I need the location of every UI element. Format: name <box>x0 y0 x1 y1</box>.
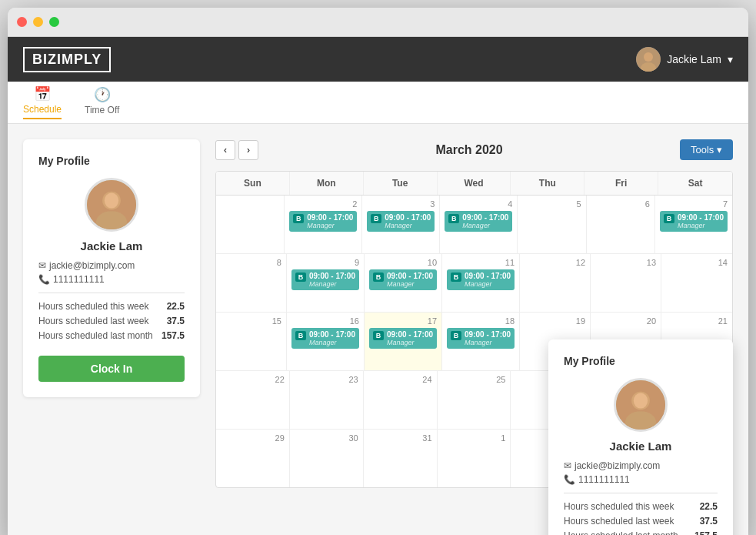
calendar-cell-1-0[interactable]: 8 <box>216 254 287 312</box>
shift-block[interactable]: B 09:00 - 17:00 Manager <box>660 211 728 232</box>
shift-block[interactable]: B 09:00 - 17:00 Manager <box>445 211 512 232</box>
cell-date-number: 17 <box>369 316 437 326</box>
calendar-nav: ‹ › <box>215 140 258 160</box>
user-menu[interactable]: Jackie Lam ▾ <box>636 47 733 72</box>
shift-block[interactable]: B 09:00 - 17:00 Manager <box>291 328 359 349</box>
subnav-time-off-label: Time Off <box>85 105 119 115</box>
calendar-cell-1-2[interactable]: 10 B 09:00 - 17:00 Manager <box>365 254 442 312</box>
calendar-cell-0-3[interactable]: 4 B 09:00 - 17:00 Manager <box>440 196 518 253</box>
calendar-cell-4-3[interactable]: 1 <box>438 430 511 487</box>
close-button[interactable] <box>17 17 27 27</box>
shift-info: 09:00 - 17:00 Manager <box>309 330 355 346</box>
calendar-cell-0-5[interactable]: 6 <box>587 196 655 253</box>
cell-date-number: 12 <box>525 258 585 267</box>
calendar-cell-0-2[interactable]: 3 B 09:00 - 17:00 Manager <box>362 196 440 253</box>
cell-date-number: 4 <box>445 199 512 209</box>
shift-time: 09:00 - 17:00 <box>309 330 355 339</box>
shift-time: 09:00 - 17:00 <box>387 272 433 280</box>
subnav-item-schedule[interactable]: 📅 Schedule <box>23 85 62 119</box>
calendar-cell-0-1[interactable]: 2 B 09:00 - 17:00 Manager <box>285 196 362 253</box>
profile-email: ✉ jackie@bizimply.com <box>38 260 185 271</box>
cell-date-number: 29 <box>221 433 285 443</box>
shift-badge: B <box>451 273 461 282</box>
shift-block[interactable]: B 09:00 - 17:00 Manager <box>447 328 515 349</box>
shift-badge: B <box>293 214 304 223</box>
shift-time: 09:00 - 17:00 <box>465 272 511 280</box>
calendar-cell-4-0[interactable]: 29 <box>216 430 290 487</box>
cell-date-number: 23 <box>295 375 358 384</box>
calendar-cell-2-2[interactable]: 17 B 09:00 - 17:00 Manager <box>365 313 442 370</box>
maximize-button[interactable] <box>49 17 59 27</box>
cell-date-number: 5 <box>522 199 581 209</box>
shift-role: Manager <box>387 339 433 346</box>
shift-role: Manager <box>465 280 511 288</box>
shift-block[interactable]: B 09:00 - 17:00 Manager <box>289 211 357 232</box>
shift-role: Manager <box>465 339 511 346</box>
calendar-cell-1-5[interactable]: 13 <box>591 254 661 312</box>
popup-hours-last-month: Hours scheduled last month 157.5 <box>564 530 718 535</box>
shift-role: Manager <box>387 280 433 288</box>
shift-badge: B <box>295 331 306 340</box>
shift-badge: B <box>664 214 674 223</box>
popup-hours-last-week: Hours scheduled last week 37.5 <box>564 516 718 527</box>
cell-date-number: 1 <box>442 433 506 443</box>
calendar-cell-0-6[interactable]: 7 B 09:00 - 17:00 Manager <box>655 196 732 253</box>
calendar-cell-0-4[interactable]: 5 <box>518 196 586 253</box>
calendar-cell-1-4[interactable]: 12 <box>520 254 591 312</box>
cell-date-number: 22 <box>221 375 285 384</box>
cell-date-number: 14 <box>666 258 728 267</box>
calendar-row-0: 2 B 09:00 - 17:00 Manager 3 B 09:00 - 17… <box>216 196 732 254</box>
calendar-cell-3-1[interactable]: 23 <box>290 371 364 429</box>
shift-time: 09:00 - 17:00 <box>465 330 511 339</box>
calendar-cell-1-3[interactable]: 11 B 09:00 - 17:00 Manager <box>442 254 520 312</box>
shift-info: 09:00 - 17:00 Manager <box>387 330 433 346</box>
shift-badge: B <box>371 214 381 223</box>
subnav-item-time-off[interactable]: 🕐 Time Off <box>85 86 119 119</box>
shift-block[interactable]: B 09:00 - 17:00 Manager <box>447 269 515 290</box>
shift-block[interactable]: B 09:00 - 17:00 Manager <box>291 269 359 290</box>
popup-profile-name: Jackie Lam <box>564 440 718 453</box>
shift-block[interactable]: B 09:00 - 17:00 Manager <box>367 211 435 232</box>
day-head-mon: Mon <box>290 172 364 195</box>
shift-info: 09:00 - 17:00 Manager <box>678 213 724 229</box>
calendar-cell-3-2[interactable]: 24 <box>364 371 438 429</box>
calendar-cell-2-0[interactable]: 15 <box>216 313 287 370</box>
cell-date-number: 30 <box>295 433 358 443</box>
clock-in-button[interactable]: Clock In <box>38 356 185 382</box>
shift-badge: B <box>448 214 459 223</box>
shift-time: 09:00 - 17:00 <box>462 213 508 222</box>
calendar-title: March 2020 <box>435 143 502 157</box>
profile-name: Jackie Lam <box>38 239 185 252</box>
hours-last-week: Hours scheduled last week 37.5 <box>38 316 185 326</box>
user-dropdown-icon: ▾ <box>728 53 733 65</box>
calendar-cell-3-3[interactable]: 25 <box>438 371 511 429</box>
shift-block[interactable]: B 09:00 - 17:00 Manager <box>369 269 437 290</box>
shift-role: Manager <box>462 222 508 229</box>
calendar-prev-button[interactable]: ‹ <box>215 140 235 160</box>
app-window: BIZIMPLY Jackie Lam ▾ 📅 Schedule 🕐 Time … <box>8 8 748 535</box>
email-icon: ✉ <box>38 260 46 271</box>
calendar-cell-4-1[interactable]: 30 <box>290 430 364 487</box>
tools-button[interactable]: Tools ▾ <box>680 139 733 160</box>
shift-badge: B <box>373 331 384 340</box>
calendar-cell-4-2[interactable]: 31 <box>364 430 438 487</box>
svg-point-10 <box>634 393 648 408</box>
shift-info: 09:00 - 17:00 Manager <box>309 272 355 288</box>
time-off-icon: 🕐 <box>94 86 111 103</box>
calendar-cell-1-1[interactable]: 9 B 09:00 - 17:00 Manager <box>287 254 365 312</box>
minimize-button[interactable] <box>33 17 43 27</box>
shift-block[interactable]: B 09:00 - 17:00 Manager <box>369 328 437 349</box>
popup-avatar <box>614 378 668 432</box>
shift-info: 09:00 - 17:00 Manager <box>385 213 431 229</box>
avatar <box>85 178 138 232</box>
shift-info: 09:00 - 17:00 Manager <box>387 272 433 288</box>
day-head-fri: Fri <box>584 172 658 195</box>
calendar-cell-3-0[interactable]: 22 <box>216 371 290 429</box>
calendar-cell-2-3[interactable]: 18 B 09:00 - 17:00 Manager <box>442 313 520 370</box>
calendar-cell-1-6[interactable]: 14 <box>661 254 732 312</box>
cell-date-number: 18 <box>447 316 515 326</box>
calendar-cell-2-1[interactable]: 16 B 09:00 - 17:00 Manager <box>287 313 365 370</box>
shift-time: 09:00 - 17:00 <box>678 213 724 222</box>
calendar-cell-0-0[interactable] <box>216 196 285 253</box>
calendar-next-button[interactable]: › <box>238 140 258 160</box>
